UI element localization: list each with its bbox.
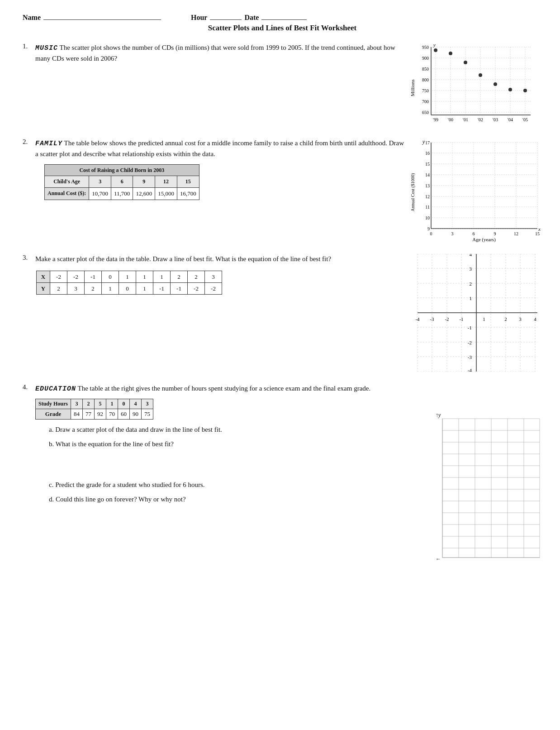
- svg-text:-3: -3: [468, 354, 472, 360]
- svg-text:3: 3: [519, 316, 522, 322]
- svg-text:'04: '04: [508, 117, 513, 122]
- svg-text:'03: '03: [493, 117, 498, 122]
- chart1-svg: Millions 950 900 850 800 750 700: [411, 43, 537, 126]
- q4-table: Study Hours 3251043 Grade 84779270609075: [35, 399, 153, 420]
- q1-keyword: MUSIC: [35, 44, 58, 52]
- q2-number: 2.: [23, 138, 33, 146]
- q2-val-3: 15,000: [155, 187, 177, 200]
- q2-val-0: 10,700: [89, 187, 111, 200]
- header: Name Hour Date: [23, 14, 542, 22]
- q4c-text: Predict the grade for a student who stud…: [55, 481, 204, 488]
- q3-text: Make a scatter plot of the data in the t…: [35, 254, 403, 264]
- svg-text:'02: '02: [478, 117, 483, 122]
- svg-text:↑y: ↑y: [436, 412, 441, 418]
- worksheet-title: Scatter Plots and Lines of Best Fit Work…: [23, 24, 542, 33]
- svg-point-38: [523, 89, 527, 92]
- q2-val-4: 16,700: [177, 187, 199, 200]
- svg-text:9: 9: [494, 231, 496, 236]
- svg-text:12: 12: [514, 231, 518, 236]
- question-2: 2. FAMILY The table below shows the pred…: [23, 138, 542, 244]
- chart2-container: y Annual Cost ($1000) 9 10 11 12 13: [411, 138, 542, 244]
- hour-label: Hour: [191, 14, 207, 22]
- q4-keyword: EDUCATION: [35, 385, 76, 393]
- q4-sub-d: d. Could this line go on forever? Why or…: [49, 494, 370, 505]
- date-label: Date: [244, 14, 259, 22]
- q2-col-header-4: 12: [155, 176, 177, 188]
- svg-text:x: x: [538, 226, 541, 232]
- svg-text:-4: -4: [468, 367, 472, 372]
- svg-text:Annual Cost ($1000): Annual Cost ($1000): [411, 173, 416, 211]
- svg-text:-1: -1: [459, 316, 463, 322]
- q4-sub-b: b. What is the equation for the line of …: [49, 439, 370, 449]
- svg-text:15: 15: [425, 162, 430, 167]
- svg-text:17: 17: [425, 140, 430, 145]
- q2-val-1: 11,700: [111, 187, 133, 200]
- q4-sub-c: c. Predict the grade for a student who s…: [49, 479, 370, 490]
- svg-text:4: 4: [534, 316, 536, 322]
- svg-text:4: 4: [470, 254, 472, 257]
- svg-text:9: 9: [427, 226, 430, 231]
- question-3: 3. Make a scatter plot of the data in th…: [23, 254, 542, 373]
- svg-text:Age (years): Age (years): [472, 237, 496, 242]
- chart3-svg: -4 -3 -2 -1 1 2 3 4 4 3 2 1 -1 -2 -3 -4: [411, 254, 542, 372]
- q3-table: X -2-2-10111223 Y 232101-1-1-2-2: [36, 271, 222, 295]
- q2-col-header-5: 15: [177, 176, 199, 188]
- q4d-label: d.: [49, 496, 54, 503]
- q4-body: The table at the right gives the number …: [78, 385, 371, 392]
- svg-text:15: 15: [535, 231, 540, 236]
- q2-table-wrapper: Cost of Raising a Child Born in 2003 Chi…: [44, 164, 406, 200]
- svg-text:Millions: Millions: [411, 79, 415, 96]
- q3-table-wrapper: X -2-2-10111223 Y 232101-1-1-2-2: [36, 271, 403, 295]
- svg-text:700: 700: [422, 99, 429, 104]
- svg-point-36: [494, 82, 497, 86]
- question-4: 4. EDUCATION The table at the right give…: [23, 383, 542, 566]
- svg-point-34: [464, 61, 467, 64]
- q4-table-wrapper: Study Hours 3251043 Grade 84779270609075: [35, 399, 370, 420]
- svg-text:750: 750: [422, 88, 429, 93]
- q2-body: The table below shows the predicted annu…: [35, 139, 404, 157]
- svg-text:14: 14: [425, 172, 430, 177]
- svg-text:'05: '05: [522, 117, 528, 122]
- svg-point-32: [434, 48, 437, 52]
- q4-content: EDUCATION The table at the right gives t…: [35, 383, 370, 508]
- q2-row-label: Annual Cost ($):: [45, 187, 89, 200]
- q4d-text: Could this line go on forever? Why or wh…: [56, 496, 186, 503]
- q2-col-header-1: 3: [89, 176, 111, 188]
- name-line: [43, 19, 161, 20]
- svg-text:-3: -3: [430, 316, 434, 322]
- q1-number: 1.: [23, 43, 33, 50]
- svg-text:850: 850: [422, 67, 429, 72]
- svg-text:0: 0: [430, 231, 432, 236]
- svg-text:3: 3: [470, 266, 472, 272]
- svg-point-35: [479, 73, 482, 77]
- hour-line: [210, 19, 242, 20]
- svg-text:3: 3: [451, 231, 454, 236]
- svg-text:1: 1: [470, 296, 472, 301]
- q2-text-block: FAMILY The table below shows the predict…: [35, 138, 406, 200]
- svg-text:-2: -2: [445, 316, 449, 322]
- q1-body: The scatter plot shows the number of CDs…: [35, 44, 395, 62]
- svg-text:12: 12: [425, 194, 430, 199]
- q4a-label: a.: [49, 426, 53, 433]
- q4a-text: Draw a scatter plot of the data and draw…: [55, 426, 222, 433]
- svg-text:←: ←: [436, 556, 441, 562]
- svg-text:-2: -2: [468, 340, 472, 345]
- svg-point-37: [508, 88, 512, 91]
- q4b-label: b.: [49, 440, 54, 448]
- chart1-container: Millions 950 900 850 800 750 700: [411, 43, 542, 128]
- chart4-svg: ↑y: [433, 410, 542, 564]
- q2-col-header-3: 9: [133, 176, 155, 188]
- q4-number: 4.: [23, 383, 33, 391]
- q1-text: MUSIC The scatter plot shows the number …: [35, 43, 406, 64]
- svg-text:10: 10: [425, 215, 430, 220]
- q2-table-title: Cost of Raising a Child Born in 2003: [45, 164, 199, 176]
- chart2-svg: y Annual Cost ($1000) 9 10 11 12 13: [411, 138, 542, 242]
- svg-text:2: 2: [470, 281, 472, 286]
- q4c-label: c.: [49, 481, 53, 488]
- q2-col-header-2: 6: [111, 176, 133, 188]
- q2-keyword: FAMILY: [35, 140, 62, 148]
- svg-point-33: [449, 52, 452, 55]
- svg-text:11: 11: [425, 205, 430, 210]
- svg-text:-1: -1: [468, 325, 472, 330]
- q4-sub-a: a. Draw a scatter plot of the data and d…: [49, 424, 370, 435]
